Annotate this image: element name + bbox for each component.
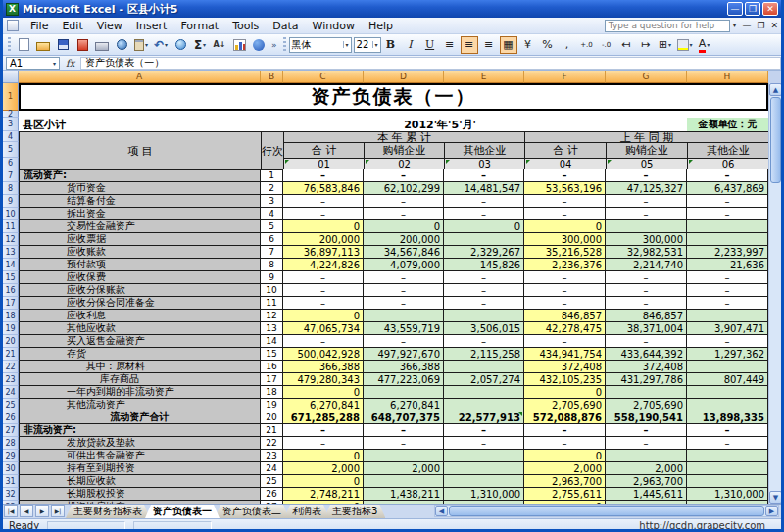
row-header-14[interactable]: 14 bbox=[3, 259, 19, 271]
row-header-17[interactable]: 17 bbox=[3, 297, 19, 310]
value-cell[interactable]: 62,102,299 bbox=[364, 182, 444, 195]
line-number-cell[interactable]: 11 bbox=[261, 297, 283, 310]
row-header-19[interactable]: 19 bbox=[3, 322, 19, 335]
value-cell[interactable]: 432,105,235 bbox=[524, 373, 606, 386]
value-cell[interactable]: 47,065,734 bbox=[283, 322, 364, 335]
item-label-cell[interactable]: 流动资产合计 bbox=[19, 411, 261, 424]
value-cell[interactable]: – bbox=[687, 437, 768, 450]
row-header-6[interactable]: 6 bbox=[3, 158, 19, 169]
row-header-16[interactable]: 16 bbox=[3, 284, 19, 297]
menu-view[interactable]: View bbox=[90, 19, 129, 33]
value-cell[interactable]: 2,963,700 bbox=[606, 475, 687, 488]
toolbar-grip2[interactable] bbox=[283, 37, 286, 53]
value-cell[interactable]: 2,329,267 bbox=[444, 246, 524, 259]
line-number-cell[interactable]: 23 bbox=[261, 450, 283, 462]
value-cell[interactable]: – bbox=[687, 271, 768, 284]
value-cell[interactable]: – bbox=[283, 271, 364, 284]
period-cell[interactable]: 2012'年'5'月' bbox=[342, 118, 538, 132]
line-number-cell[interactable]: 14 bbox=[261, 335, 283, 348]
value-cell[interactable]: – bbox=[524, 195, 606, 208]
item-label-cell[interactable]: 可供出售金融资产 bbox=[19, 450, 261, 462]
sheet-tab-主要财务指标表[interactable]: 主要财务指标表 bbox=[66, 505, 150, 518]
menu-file[interactable]: File bbox=[24, 19, 55, 33]
value-cell[interactable]: 34,567,846 bbox=[364, 246, 444, 259]
sheet-tab-主要指标3[interactable]: 主要指标3 bbox=[324, 505, 385, 518]
line-number-cell[interactable]: 19 bbox=[261, 399, 283, 411]
undo-icon[interactable]: ↶▾ bbox=[152, 36, 170, 54]
item-label-cell[interactable]: 应收保费 bbox=[19, 271, 261, 284]
value-cell[interactable]: 846,857 bbox=[606, 310, 687, 322]
value-cell[interactable] bbox=[687, 361, 768, 373]
value-cell[interactable]: – bbox=[687, 284, 768, 297]
value-cell[interactable]: – bbox=[444, 169, 524, 182]
sub-header-3[interactable]: 其他企业 bbox=[444, 142, 525, 159]
value-cell[interactable] bbox=[687, 450, 768, 462]
value-cell[interactable]: – bbox=[364, 424, 444, 437]
horizontal-scroll-thumb[interactable] bbox=[449, 506, 764, 516]
item-label-cell[interactable]: 其他应收款 bbox=[19, 322, 261, 335]
item-label-cell[interactable]: 应收分保账款 bbox=[19, 284, 261, 297]
value-cell[interactable]: 1,310,000 bbox=[444, 488, 524, 501]
line-number-cell[interactable]: 9 bbox=[261, 271, 283, 284]
row-header-23[interactable]: 23 bbox=[3, 373, 19, 386]
value-cell[interactable]: – bbox=[283, 169, 364, 182]
value-cell[interactable] bbox=[444, 233, 524, 246]
value-cell[interactable]: 0 bbox=[283, 475, 364, 488]
value-cell[interactable]: – bbox=[524, 284, 606, 297]
value-cell[interactable]: 13,898,335 bbox=[687, 411, 768, 424]
row-header-31[interactable]: 31 bbox=[3, 475, 19, 488]
value-cell[interactable]: – bbox=[444, 271, 524, 284]
maximize-button[interactable]: ❐ bbox=[745, 2, 760, 16]
item-label-cell[interactable]: 长期股权投资 bbox=[19, 488, 261, 501]
value-cell[interactable]: – bbox=[283, 195, 364, 208]
next-sheet-icon[interactable]: ▶ bbox=[35, 505, 49, 517]
vertical-scroll-thumb[interactable] bbox=[770, 97, 781, 183]
sheet-tab-资产负债表一[interactable]: 资产负债表一 bbox=[145, 505, 220, 518]
value-cell[interactable] bbox=[444, 310, 524, 322]
row-header-26[interactable]: 26 bbox=[3, 411, 19, 424]
row-header-9[interactable]: 9 bbox=[3, 195, 19, 208]
value-cell[interactable]: 2,000 bbox=[524, 462, 606, 475]
column-header-F[interactable]: F bbox=[524, 71, 606, 83]
value-cell[interactable]: – bbox=[364, 297, 444, 310]
value-cell[interactable]: – bbox=[524, 297, 606, 310]
value-cell[interactable]: 2,963,700 bbox=[524, 475, 606, 488]
toolbar-options-icon[interactable]: » bbox=[269, 40, 280, 50]
scroll-down-icon[interactable]: ▼ bbox=[769, 491, 781, 504]
value-cell[interactable] bbox=[687, 220, 768, 233]
decrease-indent-button[interactable]: ↤ bbox=[617, 36, 635, 54]
value-cell[interactable]: – bbox=[606, 271, 687, 284]
value-cell[interactable]: 0 bbox=[524, 450, 606, 462]
row-header-11[interactable]: 11 bbox=[3, 220, 19, 233]
book-restore-button[interactable]: ❐ bbox=[754, 21, 767, 30]
row-header-7[interactable]: 7 bbox=[3, 169, 19, 182]
value-cell[interactable]: 366,388 bbox=[283, 361, 364, 373]
line-number-cell[interactable]: 3 bbox=[261, 195, 283, 208]
line-number-cell[interactable]: 7 bbox=[261, 246, 283, 259]
value-cell[interactable] bbox=[364, 386, 444, 399]
value-cell[interactable]: 76,583,846 bbox=[283, 182, 364, 195]
value-cell[interactable]: – bbox=[606, 208, 687, 220]
value-cell[interactable] bbox=[687, 233, 768, 246]
value-cell[interactable]: – bbox=[606, 169, 687, 182]
value-cell[interactable]: 36,897,113 bbox=[283, 246, 364, 259]
value-cell[interactable]: – bbox=[687, 208, 768, 220]
value-cell[interactable]: 300,000 bbox=[606, 233, 687, 246]
row-header-18[interactable]: 18 bbox=[3, 310, 19, 322]
align-left-button[interactable]: ≡ bbox=[441, 36, 459, 54]
save-icon[interactable] bbox=[54, 36, 72, 54]
line-number-column-header[interactable]: 行次 bbox=[261, 131, 284, 170]
row-header-12[interactable]: 12 bbox=[3, 233, 19, 246]
value-cell[interactable] bbox=[687, 399, 768, 411]
value-cell[interactable]: 558,190,541 bbox=[606, 411, 687, 424]
line-number-cell[interactable]: 18 bbox=[261, 386, 283, 399]
value-cell[interactable]: 0 bbox=[524, 220, 606, 233]
line-number-cell[interactable]: 25 bbox=[261, 475, 283, 488]
line-number-cell[interactable]: 13 bbox=[261, 322, 283, 335]
help-dropdown-icon[interactable]: ▾ bbox=[730, 22, 740, 29]
value-cell[interactable]: 22,577,913 bbox=[444, 411, 524, 424]
menu-edit[interactable]: Edit bbox=[55, 19, 89, 33]
value-cell[interactable]: 648,707,375 bbox=[364, 411, 444, 424]
value-cell[interactable]: 145,826 bbox=[444, 259, 524, 271]
value-cell[interactable]: – bbox=[444, 424, 524, 437]
